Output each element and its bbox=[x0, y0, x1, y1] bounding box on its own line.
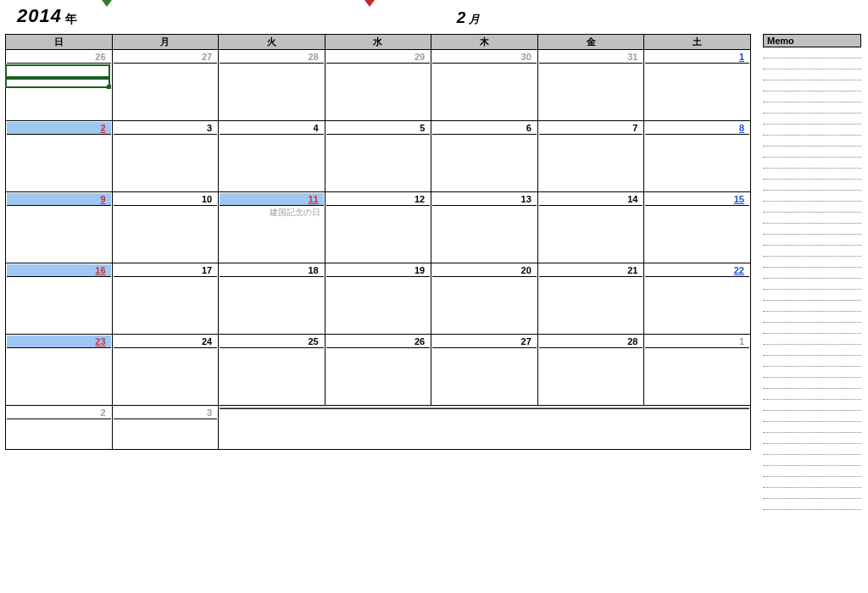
day-cell[interactable]: 27 bbox=[112, 50, 219, 121]
memo-line[interactable] bbox=[763, 312, 861, 323]
memo-line[interactable] bbox=[763, 158, 861, 169]
day-cell[interactable]: 2 bbox=[6, 121, 113, 192]
memo-line[interactable] bbox=[763, 235, 861, 246]
memo-line[interactable] bbox=[763, 455, 861, 466]
day-cell[interactable]: 1 bbox=[644, 335, 751, 406]
day-number: 6 bbox=[432, 122, 537, 135]
day-cell[interactable]: 3 bbox=[112, 121, 219, 192]
day-cell[interactable]: 16 bbox=[6, 263, 113, 335]
memo-line[interactable] bbox=[763, 136, 861, 147]
day-cell[interactable]: 4 bbox=[219, 121, 326, 192]
memo-line[interactable] bbox=[763, 91, 861, 103]
memo-line[interactable] bbox=[763, 279, 861, 290]
day-cell[interactable]: 9 bbox=[6, 192, 113, 263]
day-cell[interactable]: 26 bbox=[325, 335, 431, 406]
memo-line[interactable] bbox=[763, 103, 861, 114]
day-cell[interactable]: 13 bbox=[431, 192, 538, 263]
day-number: 9 bbox=[7, 193, 111, 206]
memo-line[interactable] bbox=[763, 58, 861, 69]
day-number: 2 bbox=[7, 122, 111, 135]
memo-line[interactable] bbox=[763, 80, 861, 91]
day-number: 8 bbox=[645, 122, 749, 135]
day-number bbox=[220, 407, 749, 409]
day-cell[interactable]: 29 bbox=[325, 50, 431, 121]
memo-line[interactable] bbox=[763, 499, 861, 510]
memo-line[interactable] bbox=[763, 290, 861, 301]
memo-line[interactable] bbox=[763, 147, 861, 158]
day-number: 26 bbox=[7, 51, 111, 64]
day-cell[interactable]: 7 bbox=[537, 121, 644, 192]
dow-header: 土 bbox=[644, 35, 751, 50]
memo-line[interactable] bbox=[763, 169, 861, 180]
day-number: 4 bbox=[220, 122, 324, 135]
memo-line[interactable] bbox=[763, 367, 861, 378]
memo-line[interactable] bbox=[763, 47, 861, 58]
day-cell[interactable]: 23 bbox=[6, 335, 113, 406]
day-number: 19 bbox=[326, 264, 431, 277]
memo-line[interactable] bbox=[763, 477, 861, 488]
day-cell[interactable]: 2 bbox=[6, 406, 113, 450]
day-number: 10 bbox=[114, 193, 218, 206]
day-cell[interactable]: 28 bbox=[537, 335, 644, 406]
day-cell[interactable]: 25 bbox=[219, 335, 326, 406]
memo-line[interactable] bbox=[763, 257, 861, 268]
day-cell[interactable] bbox=[219, 406, 751, 450]
memo-line[interactable] bbox=[763, 466, 861, 477]
memo-line[interactable] bbox=[763, 378, 861, 389]
day-cell[interactable]: 11建国記念の日 bbox=[219, 192, 326, 263]
memo-line[interactable] bbox=[763, 224, 861, 235]
day-number: 15 bbox=[645, 193, 749, 206]
day-cell[interactable]: 22 bbox=[644, 263, 751, 335]
memo-line[interactable] bbox=[763, 69, 861, 80]
memo-line[interactable] bbox=[763, 180, 861, 191]
memo-line[interactable] bbox=[763, 433, 861, 444]
day-cell[interactable]: 1 bbox=[644, 50, 751, 121]
day-cell[interactable]: 20 bbox=[431, 263, 538, 335]
day-cell[interactable]: 27 bbox=[431, 335, 538, 406]
memo-line[interactable] bbox=[763, 389, 861, 400]
day-cell[interactable]: 18 bbox=[219, 263, 326, 335]
day-cell[interactable]: 14 bbox=[537, 192, 644, 263]
day-cell[interactable]: 6 bbox=[431, 121, 538, 192]
day-cell[interactable]: 24 bbox=[112, 335, 219, 406]
memo-line[interactable] bbox=[763, 345, 861, 356]
day-cell[interactable]: 17 bbox=[112, 263, 219, 335]
memo-line[interactable] bbox=[763, 301, 861, 312]
day-cell[interactable]: 15 bbox=[644, 192, 751, 263]
dow-header: 月 bbox=[112, 35, 219, 50]
day-cell[interactable]: 28 bbox=[219, 50, 326, 121]
day-cell[interactable]: 21 bbox=[537, 263, 644, 335]
day-number: 26 bbox=[326, 335, 431, 348]
day-cell[interactable]: 8 bbox=[644, 121, 751, 192]
calendar-grid: 日月火水木金土 2627282930311234567891011建国記念の日1… bbox=[5, 34, 751, 510]
day-number: 27 bbox=[114, 51, 218, 64]
day-cell[interactable]: 31 bbox=[537, 50, 644, 121]
memo-line[interactable] bbox=[763, 444, 861, 455]
day-cell[interactable]: 26 bbox=[6, 50, 113, 121]
memo-line[interactable] bbox=[763, 323, 861, 334]
memo-line[interactable] bbox=[763, 114, 861, 125]
day-cell[interactable]: 30 bbox=[431, 50, 538, 121]
memo-line[interactable] bbox=[763, 400, 861, 411]
memo-line[interactable] bbox=[763, 213, 861, 224]
dow-header: 金 bbox=[537, 35, 644, 50]
day-number: 7 bbox=[539, 122, 643, 135]
memo-line[interactable] bbox=[763, 356, 861, 367]
day-cell[interactable]: 12 bbox=[325, 192, 431, 263]
day-cell[interactable]: 5 bbox=[325, 121, 431, 192]
day-cell[interactable]: 19 bbox=[325, 263, 431, 335]
memo-line[interactable] bbox=[763, 125, 861, 136]
memo-line[interactable] bbox=[763, 422, 861, 433]
day-cell[interactable]: 3 bbox=[112, 406, 219, 450]
year-suffix: 年 bbox=[65, 12, 77, 27]
memo-line[interactable] bbox=[763, 191, 861, 202]
day-number: 18 bbox=[220, 264, 324, 277]
day-number: 17 bbox=[114, 264, 218, 277]
memo-line[interactable] bbox=[763, 268, 861, 279]
memo-line[interactable] bbox=[763, 246, 861, 257]
day-cell[interactable]: 10 bbox=[112, 192, 219, 263]
memo-line[interactable] bbox=[763, 202, 861, 213]
memo-line[interactable] bbox=[763, 334, 861, 345]
memo-line[interactable] bbox=[763, 488, 861, 499]
memo-line[interactable] bbox=[763, 411, 861, 422]
